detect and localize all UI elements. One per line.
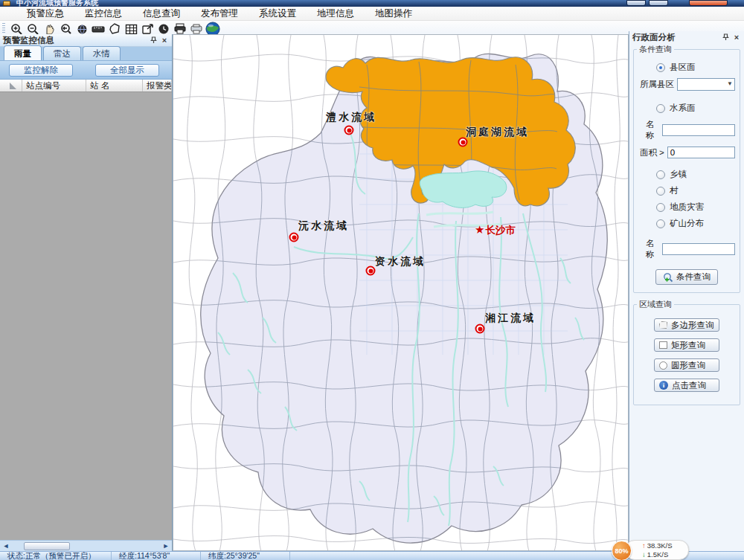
menu-monitor-info[interactable]: 监控信息 [74,7,132,21]
city-star-icon: ★ [475,223,484,236]
menu-geo-info[interactable]: 地理信息 [307,7,365,21]
status-text: 状态:正常（预警已开启） [0,552,112,560]
town-radio-label: 乡镇 [670,169,687,180]
pin-icon[interactable] [721,33,730,42]
county-select-label: 所属县区 [638,79,677,90]
tab-rainfall[interactable]: 雨量 [4,45,42,60]
admin-analysis-panel: 行政面分析 × 条件查询 县区面 所属县区 ▼ 水系面 名称 面积 > [629,31,744,551]
map-viewport[interactable]: 澧水流域 洞庭湖流域 沅水流域 资水流域 湘江流域 ★长沙市 [173,34,629,551]
menu-system-settings[interactable]: 系统设置 [248,7,307,21]
horizontal-scrollbar[interactable]: ◄ ► [0,540,172,551]
menu-map-operations[interactable]: 地图操作 [365,7,423,21]
condition-query-group: 条件查询 县区面 所属县区 ▼ 水系面 名称 面积 > 乡镇 村 [633,44,740,293]
close-button[interactable] [689,0,728,6]
scroll-left-icon[interactable]: ◄ [1,542,10,550]
polygon-query-button[interactable]: 多边形查询 [654,318,719,332]
basin-label-yuanshui: 沅水流域 [298,219,349,233]
column-alarm-type[interactable]: 报警类别 [143,80,172,91]
area-label: 面积 [638,147,659,158]
station-marker-xiangjiang[interactable] [475,324,485,334]
network-speed-bubble: ↑38.3K/S ↓1.5K/S [625,540,689,560]
name2-label: 名称 [638,238,662,260]
download-arrow-icon: ↓ [642,550,646,559]
sort-column-header[interactable] [0,80,22,91]
city-label-changsha: ★长沙市 [475,223,516,237]
show-all-button[interactable]: 全部显示 [95,64,159,77]
area-input[interactable] [667,147,735,158]
tab-radar[interactable]: 雷达 [43,46,81,60]
station-table-body[interactable] [0,92,172,540]
station-marker-yuanshui[interactable] [289,233,299,242]
condition-query-button[interactable]: 条件查询 [655,269,718,285]
basin-label-xiangjiang: 湘江流域 [485,312,536,325]
basemap [173,35,629,551]
menu-info-query[interactable]: 信息查询 [132,7,190,21]
click-query-button[interactable]: i 点击查询 [654,379,719,392]
town-radio-icon[interactable] [656,170,665,179]
name-input-row: 名称 [638,119,735,141]
scrollbar-thumb[interactable] [24,542,70,550]
county-dropdown[interactable]: ▼ [677,78,735,91]
column-station-id[interactable]: 站点编号 [22,80,86,91]
name2-input[interactable] [662,243,735,255]
basin-label-dongtinghu: 洞庭湖流域 [466,126,529,139]
county-select-row: 所属县区 ▼ [638,78,735,91]
polygon-icon [659,321,667,329]
station-marker-lishui[interactable] [344,126,354,135]
monitor-release-button[interactable]: 监控解除 [9,64,73,77]
water-radio-row[interactable]: 水系面 [656,103,735,114]
minimize-button[interactable] [626,0,646,6]
network-speed-widget[interactable]: ↑38.3K/S ↓1.5K/S 80% [612,540,693,560]
menu-publish-manage[interactable]: 发布管理 [190,7,248,21]
station-table-header: 站点编号 站 名 报警类别 [0,80,172,92]
geohazard-radio-icon[interactable] [656,203,665,212]
geohazard-radio-label: 地质灾害 [670,202,704,213]
village-radio-label: 村 [670,185,679,196]
tab-water[interactable]: 水情 [83,46,121,60]
water-radio-icon[interactable] [656,104,665,113]
mine-radio-row[interactable]: 矿山分布 [656,218,735,229]
menu-warning-emergency[interactable]: 预警应急 [16,7,74,21]
scroll-right-icon[interactable]: ► [161,542,170,550]
station-marker-dongtinghu[interactable] [458,138,468,147]
village-radio-row[interactable]: 村 [656,185,735,196]
water-radio-label: 水系面 [670,103,696,114]
circle-icon [659,361,667,370]
download-speed: 1.5K/S [647,550,669,559]
circle-query-button[interactable]: 圆形查询 [654,358,719,372]
region-query-title: 区域查询 [637,299,674,310]
app-icon [3,1,10,6]
geohazard-radio-row[interactable]: 地质灾害 [656,202,735,213]
mine-radio-icon[interactable] [656,219,665,228]
right-panel-header: 行政面分析 × [629,31,744,43]
right-panel-title: 行政面分析 [632,32,676,43]
county-radio-row[interactable]: 县区面 [656,62,735,73]
village-radio-icon[interactable] [656,187,665,196]
left-panel-title: 预警监控信息 [3,35,54,46]
maximize-button[interactable] [649,0,668,6]
close-panel-icon[interactable]: × [732,33,741,42]
station-marker-zishui[interactable] [366,266,376,276]
name-input[interactable] [662,124,735,136]
info-icon: i [659,381,668,390]
search-plus-icon [663,272,673,283]
condition-query-title: 条件查询 [637,44,674,55]
county-radio-icon[interactable] [656,63,665,72]
town-radio-row[interactable]: 乡镇 [656,169,735,180]
name2-input-row: 名称 [638,238,735,260]
warning-monitor-panel: 预警监控信息 × 雨量 雷达 水情 监控解除 全部显示 站点编号 站 名 报警类… [0,34,173,551]
area-input-row: 面积 > [638,147,735,158]
rectangle-query-button[interactable]: 矩形查询 [654,338,719,352]
left-panel-tabs: 雨量 雷达 水情 [0,47,172,61]
pin-icon[interactable] [149,36,158,45]
memory-percent-badge[interactable]: 80% [612,541,632,560]
rectangle-icon [659,341,667,349]
basin-label-lishui: 澧水流域 [326,111,376,124]
greater-than-sign: > [659,148,664,157]
basin-label-zishui: 资水流域 [375,255,426,268]
chevron-down-icon: ▼ [727,80,733,87]
mine-radio-label: 矿山分布 [670,218,704,229]
upload-speed: 38.3K/S [647,541,673,550]
column-station-name[interactable]: 站 名 [86,80,143,91]
close-panel-icon[interactable]: × [160,36,169,45]
